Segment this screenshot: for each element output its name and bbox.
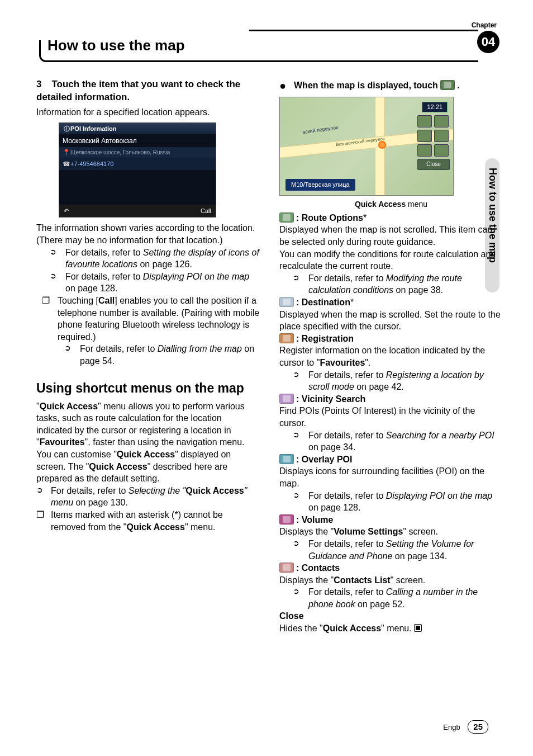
contacts-item: : Contacts — [279, 562, 503, 574]
bullet-icon: ● — [279, 78, 294, 93]
close-item: Close — [279, 610, 503, 622]
overlay-poi-desc: Displays icons for surrounding facilitie… — [279, 465, 503, 489]
qa-button[interactable] — [434, 144, 449, 157]
quick-access-customise: You can customise "Quick Access" display… — [36, 448, 260, 485]
close-desc: Hides the "Quick Access" menu. — [279, 622, 503, 635]
poi-name: Московский Автовокзал — [59, 134, 216, 147]
asterisk-note: Items marked with an asterisk (*) cannot… — [51, 509, 260, 533]
chapter-number-badge: 04 — [477, 31, 499, 53]
map-caption: Quick Access menu — [279, 199, 503, 210]
chapter-label: Chapter — [472, 21, 497, 29]
vicinity-icon — [279, 394, 294, 404]
destination-item: : Destination* — [279, 296, 503, 309]
route-options-desc2: You can modify the conditions for route … — [279, 248, 503, 272]
arrow-icon: ➲ — [64, 343, 80, 367]
destination-desc: Displayed when the map is scrolled. Set … — [279, 309, 503, 333]
arrow-icon: ➲ — [293, 369, 308, 393]
left-column: 3Touch the item that you want to check t… — [36, 78, 260, 533]
ref-icons-favourite: For details, refer to Setting the displa… — [65, 247, 260, 271]
poi-phone: +7-4954684170 — [70, 160, 113, 167]
qa-button[interactable] — [434, 130, 449, 142]
poi-title: POI Information — [70, 125, 117, 132]
back-button[interactable]: ↶ — [64, 207, 69, 215]
ref-poi-map: For details, refer to Displaying POI on … — [65, 271, 260, 295]
vicinity-item: : Vicinity Search — [279, 393, 503, 405]
overlay-poi-icon — [279, 454, 294, 464]
ref-vicinity: For details, refer to Searching for a ne… — [308, 429, 503, 453]
volume-item: : Volume — [279, 514, 503, 526]
map-street-label: аский переулок — [302, 124, 338, 136]
note-icon: ❐ — [42, 295, 58, 343]
phone-icon: ☎ — [63, 160, 70, 168]
qa-button[interactable] — [417, 115, 432, 127]
arrow-icon: ➲ — [50, 247, 65, 271]
overlay-poi-item: : Overlay POI — [279, 453, 503, 466]
destination-icon — [279, 297, 294, 307]
step-number: 3 — [36, 79, 41, 89]
quick-access-intro: "Quick Access" menu allows you to perfor… — [36, 400, 260, 448]
touch-instruction: ●When the map is displayed, touch . — [279, 78, 503, 93]
arrow-icon: ➲ — [293, 429, 308, 453]
map-time: 12:21 — [422, 102, 448, 112]
step-3-line: Information for a specified location app… — [36, 106, 260, 119]
ref-route-calc: For details, refer to Modifying the rout… — [308, 272, 503, 296]
poi-information-screenshot: ⓘPOI Information Московский Автовокзал 📍… — [59, 122, 216, 218]
qa-button[interactable] — [417, 130, 432, 142]
footer-lang: Engb — [443, 723, 460, 731]
vicinity-desc: Find POIs (Points Of Interest) in the vi… — [279, 405, 503, 429]
volume-desc: Displays the "Volume Settings" screen. — [279, 526, 503, 538]
route-options-icon — [279, 212, 294, 223]
registration-desc: Register information on the location ind… — [279, 344, 503, 368]
qa-close-button[interactable]: Close — [417, 159, 450, 170]
arrow-icon: ➲ — [293, 490, 308, 514]
contacts-icon — [279, 563, 294, 573]
ref-register: For details, refer to Registering a loca… — [308, 369, 503, 393]
quick-access-panel: Close — [417, 115, 449, 170]
registration-item: : Registration — [279, 333, 503, 345]
contacts-desc: Displays the "Contacts List" screen. — [279, 574, 503, 587]
quick-access-touch-icon — [440, 80, 455, 90]
section-end-icon — [414, 624, 422, 632]
page-number: 25 — [468, 720, 488, 734]
route-options-desc: Displayed when the map is not scrolled. … — [279, 224, 503, 248]
arrow-icon: ➲ — [36, 485, 51, 509]
right-column: ●When the map is displayed, touch . аски… — [279, 78, 503, 635]
poi-address: Щелковское шоссе, Гольяново, Russia — [70, 149, 170, 155]
ref-volume: For details, refer to Setting the Volume… — [308, 538, 503, 562]
header-rule-top — [249, 30, 478, 32]
call-button[interactable]: Call — [201, 207, 211, 215]
page-footer: Engb 25 — [443, 720, 488, 734]
ref-selecting-qa: For details, refer to Selecting the "Qui… — [51, 485, 260, 509]
registration-icon — [279, 333, 294, 343]
info-varies-text: The information shown varies according t… — [36, 222, 260, 246]
qa-button[interactable] — [417, 144, 432, 157]
arrow-icon: ➲ — [50, 271, 65, 295]
route-options-item: : Route Options* — [279, 212, 503, 224]
note-icon: ❐ — [36, 509, 51, 533]
ref-contacts: For details, refer to Calling a number i… — [308, 586, 503, 610]
map-screenshot: аский переулок Вознесенский переулок 12:… — [279, 97, 454, 196]
qa-button[interactable] — [434, 115, 449, 127]
arrow-icon: ➲ — [293, 272, 308, 296]
volume-icon — [279, 514, 294, 525]
page-title: How to use the map — [47, 37, 185, 54]
ref-dialling: For details, refer to Dialling from the … — [80, 343, 260, 367]
info-icon: ⓘ — [63, 123, 70, 134]
step-3-heading: 3Touch the item that you want to check t… — [36, 78, 260, 104]
map-street-bar: М10/Тверская улица — [285, 179, 355, 191]
ref-overlay-poi: For details, refer to Displaying POI on … — [308, 490, 503, 514]
step-text: Touch the item that you want to check th… — [36, 79, 240, 102]
section-heading-shortcut: Using shortcut menus on the map — [36, 380, 260, 397]
call-note: Touching [Call] enables you to call the … — [58, 295, 260, 343]
arrow-icon: ➲ — [293, 586, 308, 610]
pin-icon: 📍 — [63, 148, 70, 157]
arrow-icon: ➲ — [293, 538, 308, 562]
